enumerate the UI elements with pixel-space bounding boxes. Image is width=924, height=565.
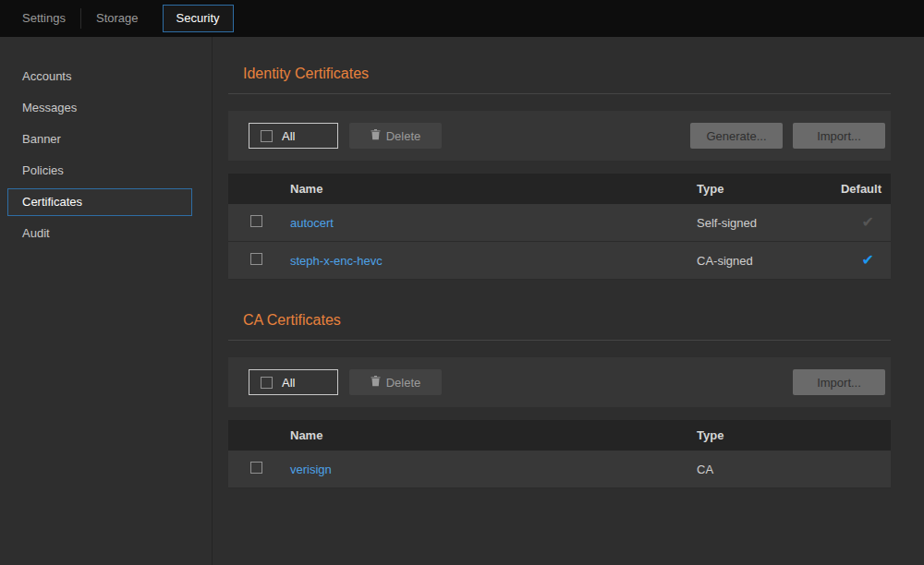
default-check-icon[interactable]: ✔	[862, 214, 874, 230]
certificate-type: CA-signed	[697, 254, 798, 268]
main-content: Identity Certificates All Delete Generat…	[213, 37, 924, 565]
trash-icon	[371, 376, 381, 390]
select-all-checkbox[interactable]	[261, 130, 273, 142]
delete-button-label: Delete	[386, 129, 421, 143]
row-checkbox[interactable]	[250, 253, 262, 265]
table-row: verisign CA	[228, 451, 891, 488]
sidebar-item-audit[interactable]: Audit	[0, 218, 212, 249]
table-header-row: Name Type Default	[228, 174, 891, 204]
identity-certificates-title: Identity Certificates	[243, 65, 891, 82]
ca-certificates-title: CA Certificates	[243, 311, 891, 329]
select-all-control[interactable]: All	[249, 369, 338, 395]
sidebar-item-policies[interactable]: Policies	[0, 155, 212, 186]
row-checkbox-cell	[228, 253, 290, 268]
sidebar-item-messages[interactable]: Messages	[0, 92, 212, 124]
certificate-link[interactable]: verisign	[290, 463, 697, 476]
identity-certificates-table: Name Type Default autocert Self-signed ✔…	[228, 174, 891, 280]
row-checkbox-cell	[228, 462, 290, 476]
select-all-label: All	[282, 129, 295, 143]
select-all-label: All	[282, 376, 295, 390]
sidebar-item-banner[interactable]: Banner	[0, 124, 212, 155]
generate-button[interactable]: Generate...	[690, 123, 783, 149]
sidebar: Accounts Messages Banner Policies Certif…	[0, 37, 213, 565]
certificate-link[interactable]: steph-x-enc-hevc	[290, 254, 697, 268]
header-type: Type	[697, 182, 798, 196]
row-checkbox[interactable]	[250, 215, 262, 227]
default-cell: ✔	[862, 215, 891, 230]
select-all-checkbox[interactable]	[261, 377, 273, 389]
table-row: steph-x-enc-hevc CA-signed ✔	[228, 242, 891, 280]
certificate-type: CA	[697, 463, 891, 476]
sidebar-item-certificates[interactable]: Certificates	[7, 188, 192, 216]
section-divider	[228, 340, 891, 341]
top-navigation: Settings Storage Security	[0, 0, 924, 37]
default-check-icon[interactable]: ✔	[862, 252, 874, 268]
header-type: Type	[697, 428, 891, 442]
sidebar-item-accounts[interactable]: Accounts	[0, 61, 212, 92]
ca-certificates-table: Name Type verisign CA	[228, 420, 891, 488]
table-row: autocert Self-signed ✔	[228, 204, 891, 242]
certificate-type: Self-signed	[697, 216, 798, 230]
tab-storage[interactable]: Storage	[81, 0, 153, 37]
header-default: Default	[841, 182, 891, 196]
section-divider	[228, 93, 891, 94]
select-all-control[interactable]: All	[249, 123, 338, 149]
tab-security[interactable]: Security	[163, 5, 234, 32]
page-body: Accounts Messages Banner Policies Certif…	[0, 37, 924, 565]
certificate-link[interactable]: autocert	[290, 216, 697, 230]
table-header-row: Name Type	[228, 420, 891, 451]
delete-button[interactable]: Delete	[349, 369, 442, 395]
import-button[interactable]: Import...	[793, 369, 885, 395]
import-button[interactable]: Import...	[793, 123, 885, 149]
header-name: Name	[290, 182, 697, 196]
trash-icon	[371, 129, 381, 143]
delete-button-label: Delete	[386, 376, 421, 390]
ca-toolbar: All Delete Import...	[228, 357, 891, 407]
tab-settings[interactable]: Settings	[7, 0, 80, 37]
header-name: Name	[290, 428, 697, 442]
identity-toolbar: All Delete Generate... Import...	[228, 111, 891, 161]
default-cell: ✔	[862, 253, 891, 268]
row-checkbox[interactable]	[250, 462, 262, 474]
row-checkbox-cell	[228, 215, 290, 230]
delete-button[interactable]: Delete	[349, 123, 442, 149]
